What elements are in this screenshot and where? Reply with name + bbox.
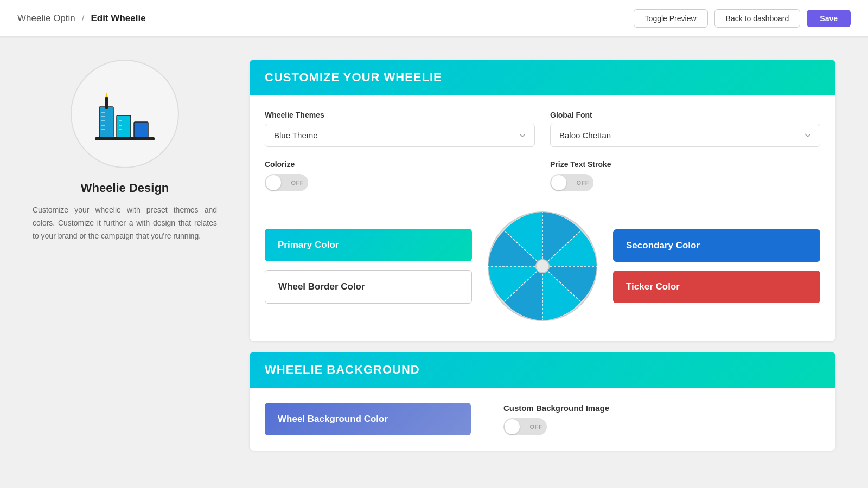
wheelie-icon (90, 79, 160, 149)
custom-bg-toggle-state: OFF (530, 423, 543, 430)
prize-text-stroke-label: Prize Text Stroke (550, 160, 820, 169)
custom-bg-toggle-knob (505, 419, 520, 434)
colorize-toggle-knob (266, 175, 281, 190)
prize-text-stroke-toggle[interactable]: OFF (550, 174, 593, 191)
wheel-border-color-button[interactable]: Wheel Border Color (265, 270, 472, 304)
wheel-preview (483, 207, 602, 326)
primary-color-button[interactable]: Primary Color (265, 229, 472, 261)
theme-font-row: Wheelie Themes Blue Theme Red Theme Gree… (265, 111, 820, 147)
prize-text-stroke-group: Prize Text Stroke OFF (550, 160, 820, 191)
color-right: Secondary Color Ticker Color (613, 229, 820, 303)
toggle-preview-button[interactable]: Toggle Preview (634, 9, 708, 28)
app-name: Wheelie Optin (17, 13, 75, 24)
theme-group: Wheelie Themes Blue Theme Red Theme Gree… (265, 111, 535, 147)
custom-bg-toggle[interactable]: OFF (503, 418, 547, 435)
colorize-group: Colorize OFF (265, 160, 535, 191)
custom-bg-group: Custom Background Image OFF (503, 403, 609, 435)
colorize-toggle-state: OFF (291, 179, 304, 186)
colorize-toggle[interactable]: OFF (265, 174, 308, 191)
toggle-row: Colorize OFF Prize Text Stroke OFF (265, 160, 820, 191)
font-select[interactable]: Baloo Chettan Arial Roboto Open Sans (550, 124, 820, 147)
right-panel: CUSTOMIZE YOUR WHEELIE Wheelie Themes Bl… (250, 60, 835, 451)
customize-section-title: CUSTOMIZE YOUR WHEELIE (265, 70, 442, 84)
background-section-title: WHEELIE BACKGROUND (265, 363, 420, 376)
breadcrumb: Wheelie Optin / Edit Wheelie (17, 13, 146, 24)
wheel-background-color-button[interactable]: Wheel Background Color (265, 403, 471, 435)
background-section-body: Wheel Background Color Custom Background… (250, 388, 835, 451)
custom-bg-label: Custom Background Image (503, 403, 609, 413)
svg-rect-0 (95, 137, 155, 140)
breadcrumb-separator: / (82, 13, 85, 24)
panel-description: Customize your wheelie with preset theme… (33, 204, 217, 242)
back-to-dashboard-button[interactable]: Back to dashboard (714, 9, 801, 28)
svg-rect-3 (134, 122, 148, 137)
svg-rect-2 (117, 115, 131, 137)
left-panel: Wheelie Design Customize your wheelie wi… (33, 60, 217, 451)
svg-point-23 (536, 260, 549, 273)
page-title: Edit Wheelie (91, 13, 146, 24)
background-section-header: WHEELIE BACKGROUND (250, 352, 835, 388)
customize-section-body: Wheelie Themes Blue Theme Red Theme Gree… (250, 95, 835, 341)
svg-marker-5 (105, 93, 108, 97)
avatar-circle (71, 60, 179, 168)
colorize-label: Colorize (265, 160, 535, 169)
customize-section-card: CUSTOMIZE YOUR WHEELIE Wheelie Themes Bl… (250, 60, 835, 341)
prize-text-stroke-toggle-state: OFF (577, 179, 590, 186)
panel-title: Wheelie Design (81, 181, 169, 195)
color-grid: Primary Color Wheel Border Color (265, 207, 820, 326)
themes-label: Wheelie Themes (265, 111, 535, 119)
customize-section-header: CUSTOMIZE YOUR WHEELIE (250, 60, 835, 95)
ticker-color-button[interactable]: Ticker Color (613, 271, 820, 303)
header-actions: Toggle Preview Back to dashboard Save (634, 9, 851, 28)
color-left: Primary Color Wheel Border Color (265, 229, 472, 304)
svg-rect-1 (99, 107, 113, 137)
svg-rect-4 (105, 97, 108, 109)
font-group: Global Font Baloo Chettan Arial Roboto O… (550, 111, 820, 147)
prize-text-stroke-toggle-knob (551, 175, 566, 190)
wheel-svg (486, 209, 599, 323)
save-button[interactable]: Save (807, 10, 851, 27)
font-label: Global Font (550, 111, 820, 119)
background-section-card: WHEELIE BACKGROUND Wheel Background Colo… (250, 352, 835, 451)
themes-select[interactable]: Blue Theme Red Theme Green Theme Custom (265, 124, 535, 147)
main-content: Wheelie Design Customize your wheelie wi… (0, 38, 868, 472)
secondary-color-button[interactable]: Secondary Color (613, 229, 820, 262)
page-header: Wheelie Optin / Edit Wheelie Toggle Prev… (0, 0, 868, 37)
